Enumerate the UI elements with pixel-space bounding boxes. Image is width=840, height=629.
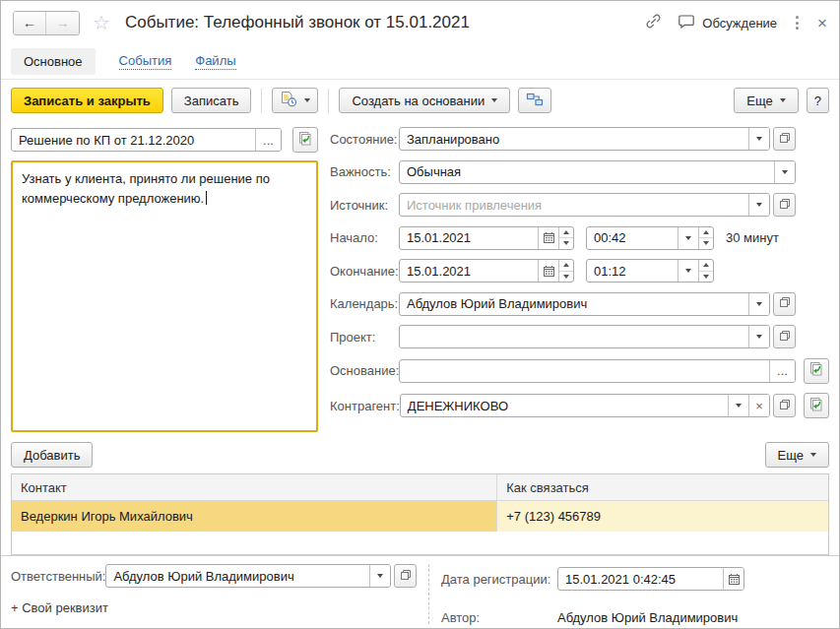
importance-row: Важность: Обычная	[330, 160, 829, 184]
dropdown-caret-icon	[810, 453, 816, 457]
source-field[interactable]: Источник привлечения	[399, 193, 770, 217]
open-document-green-icon	[808, 361, 825, 380]
calendar-icon[interactable]	[538, 260, 558, 282]
footer-divider	[428, 564, 429, 624]
end-time-dropdown-button[interactable]	[678, 260, 698, 282]
contacts-more-button[interactable]: Еще	[765, 442, 829, 468]
open-form-icon	[779, 330, 791, 345]
start-time-dropdown-button[interactable]	[678, 227, 698, 249]
responsible-dropdown-button[interactable]	[369, 565, 390, 587]
main-content: Решение по КП от 21.12.2020 ... У	[1, 121, 839, 436]
start-date-spinner[interactable]	[558, 227, 573, 249]
save-button[interactable]: Записать	[171, 88, 252, 113]
project-dropdown-button[interactable]	[748, 326, 769, 347]
form-fields: Состояние: Запланировано Важность: О	[330, 127, 829, 432]
importance-field[interactable]: Обычная	[399, 160, 796, 184]
start-time-field[interactable]: 00:42	[586, 226, 714, 250]
basis-select-button[interactable]: ...	[769, 360, 795, 382]
end-time-spinner[interactable]	[698, 260, 713, 282]
counterparty-open-document-button[interactable]	[804, 393, 829, 418]
help-button[interactable]: ?	[807, 88, 829, 113]
importance-dropdown-button[interactable]	[774, 161, 795, 183]
more-menu-icon[interactable]	[793, 13, 802, 32]
titlebar-actions: Обсуждение ×	[645, 13, 827, 32]
text-caret	[206, 191, 207, 205]
responsible-field[interactable]: Абдулов Юрий Владимирович	[105, 564, 391, 588]
source-row: Источник: Источник привлечения	[330, 193, 829, 217]
start-time-spinner[interactable]	[698, 227, 713, 249]
duration-label: 30 минут	[726, 230, 779, 245]
responsible-open-button[interactable]	[394, 564, 417, 588]
add-contact-button[interactable]: Добавить	[11, 442, 93, 468]
counterparty-open-button[interactable]	[773, 394, 796, 417]
subject-open-button[interactable]	[292, 127, 318, 153]
counterparty-dropdown-button[interactable]	[728, 395, 748, 416]
create-based-on-button[interactable]: Создать на основании	[339, 88, 510, 113]
forward-arrow-icon: →	[56, 15, 70, 31]
source-dropdown-button[interactable]	[748, 194, 769, 216]
tab-files[interactable]: Файлы	[195, 53, 235, 70]
end-row: Окончание: 15.01.2021 01:12	[330, 259, 829, 283]
contact-cell[interactable]: Ведеркин Игорь Михайлович	[12, 501, 497, 532]
form-toolbar: Записать и закрыть Записать Создать на о…	[1, 80, 839, 121]
subject-field[interactable]: Решение по КП от 21.12.2020 ...	[11, 128, 282, 152]
state-open-button[interactable]	[773, 127, 796, 151]
state-field[interactable]: Запланировано	[399, 127, 770, 151]
state-dropdown-button[interactable]	[748, 128, 769, 150]
description-textarea[interactable]: Узнать у клиента, принято ли решение по …	[11, 160, 318, 432]
tab-bar: Основное События Файлы	[1, 44, 839, 80]
dropdown-caret-icon	[491, 98, 497, 102]
structure-icon	[526, 92, 544, 110]
custom-attribute-link[interactable]: + Свой реквизит	[11, 600, 417, 615]
toolbar-separator	[261, 89, 262, 113]
dropdown-caret-icon	[304, 98, 310, 102]
basis-open-button[interactable]	[804, 358, 829, 384]
tab-events[interactable]: События	[119, 53, 172, 70]
column-header-contact[interactable]: Контакт	[12, 474, 497, 500]
how-to-contact-cell[interactable]: +7 (123) 456789	[497, 501, 828, 532]
calendar-icon[interactable]	[538, 227, 558, 249]
contacts-table: Контакт Как связаться Ведеркин Игорь Мих…	[11, 473, 829, 555]
back-button[interactable]: ←	[14, 12, 46, 34]
start-date-field[interactable]: 15.01.2021	[399, 226, 574, 250]
document-clock-icon	[280, 91, 297, 110]
open-form-icon	[779, 198, 791, 213]
left-column: Решение по КП от 21.12.2020 ... У	[11, 127, 318, 432]
toolbar-more-button[interactable]: Еще	[734, 88, 798, 113]
end-time-field[interactable]: 01:12	[586, 259, 714, 283]
favorite-star-icon[interactable]: ☆	[93, 13, 110, 32]
counterparty-clear-button[interactable]: ×	[748, 395, 769, 416]
source-open-button[interactable]	[773, 193, 796, 217]
project-row: Проект:	[330, 325, 829, 348]
end-date-field[interactable]: 15.01.2021	[399, 259, 574, 283]
calendar-icon[interactable]	[723, 568, 743, 590]
tab-main[interactable]: Основное	[11, 48, 96, 75]
footer: Ответственный: Абдулов Юрий Владимирович…	[1, 555, 839, 628]
discussion-label: Обсуждение	[702, 16, 777, 31]
related-documents-button[interactable]	[518, 88, 551, 113]
event-form-window: ← → ☆ Событие: Телефонный звонок от 15.0…	[0, 0, 840, 629]
table-empty-area	[12, 532, 828, 554]
column-header-how[interactable]: Как связаться	[497, 474, 828, 500]
table-row[interactable]: Ведеркин Игорь Михайлович +7 (123) 45678…	[12, 501, 828, 532]
registration-date-field[interactable]: 15.01.2021 0:42:45	[557, 567, 744, 591]
calendar-row: Календарь: Абдулов Юрий Владимирович	[330, 292, 829, 316]
calendar-field[interactable]: Абдулов Юрий Владимирович	[399, 292, 770, 316]
project-open-button[interactable]	[773, 325, 796, 348]
contacts-toolbar: Добавить Еще	[1, 436, 839, 473]
calendar-open-button[interactable]	[773, 292, 796, 316]
discussion-button[interactable]: Обсуждение	[678, 14, 777, 32]
project-field[interactable]	[399, 325, 770, 348]
basis-field[interactable]: ...	[399, 359, 796, 383]
reminder-button[interactable]	[272, 88, 318, 113]
back-arrow-icon: ←	[23, 15, 36, 31]
subject-select-button[interactable]: ...	[255, 129, 281, 151]
page-title: Событие: Телефонный звонок от 15.01.2021	[125, 13, 470, 32]
calendar-dropdown-button[interactable]	[748, 293, 769, 315]
counterparty-field[interactable]: ДЕНЕЖНИКОВО ×	[400, 394, 770, 417]
close-icon[interactable]: ×	[817, 15, 827, 31]
get-link-icon[interactable]	[645, 13, 662, 32]
end-date-spinner[interactable]	[558, 260, 573, 282]
save-close-button[interactable]: Записать и закрыть	[11, 88, 163, 113]
forward-button[interactable]: →	[46, 12, 79, 34]
